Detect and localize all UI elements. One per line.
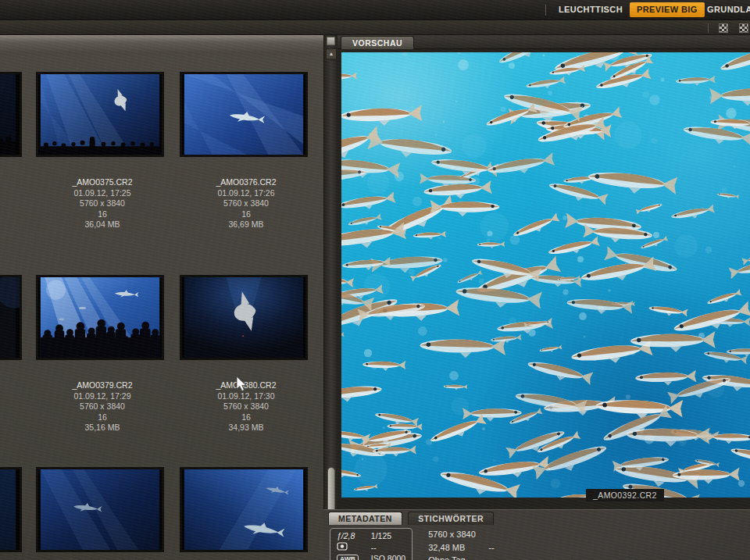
mouse-cursor-icon: [236, 376, 248, 393]
shutter-value: 1/125: [371, 531, 405, 541]
thumbnail-bitdepth: 16: [36, 412, 169, 423]
thumbnail-image: [180, 275, 308, 360]
tab-stichwoerter[interactable]: STICHWÖRTER: [408, 512, 494, 525]
top-menu-bar: LEUCHTTISCH PREVIEW BIG GRUNDLAGEN: [0, 0, 750, 20]
file-info: 5760 x 3840 32,48 MB-- Ohne Tag...: [428, 528, 494, 560]
thumbnail-image: [0, 467, 22, 552]
metadata-panel: METADATEN STICHWÖRTER ƒ/2,8 1/125 -- AWB…: [323, 509, 750, 560]
thumbnail-dimensions: 5760 x 3840: [180, 198, 312, 209]
preview-filename-label: _AMO0392.CR2: [586, 489, 664, 501]
app-window: LEUCHTTISCH PREVIEW BIG GRUNDLAGEN: [0, 0, 750, 560]
iso-value: ISO 8000: [371, 554, 405, 560]
workspace-tab-preview-big[interactable]: PREVIEW BIG: [630, 2, 705, 17]
grid-scrollbar[interactable]: ▲: [323, 35, 338, 509]
thumbnail-dimensions: 5760 x 3840: [36, 198, 169, 209]
thumbnail-bitdepth: 16: [180, 209, 312, 220]
thumbnail-cell-partial[interactable]: [0, 72, 27, 157]
thumbnail-cell[interactable]: _AMO0379.CR2 01.09.12, 17:29 5760 x 3840…: [36, 275, 169, 433]
scrollbar-thumb[interactable]: [327, 467, 335, 515]
thumbnail-filename: _AMO0375.CR2: [36, 177, 169, 188]
thumbnail-cell[interactable]: _AMO0375.CR2 01.09.12, 17:25 5760 x 3840…: [36, 72, 169, 230]
preview-tabbar: VORSCHAU: [338, 35, 750, 49]
scrollbar-track[interactable]: [327, 61, 336, 506]
scroll-up-icon[interactable]: ▲: [326, 48, 337, 59]
aperture-value: ƒ/2,8: [337, 531, 359, 541]
metadata-tabbar: METADATEN STICHWÖRTER: [328, 512, 496, 525]
tab-metadaten[interactable]: METADATEN: [328, 512, 402, 525]
camera-settings-placard: ƒ/2,8 1/125 -- AWB ISO 8000: [330, 528, 412, 560]
thumbnail-image: [36, 467, 164, 552]
thumbnail-image: [36, 275, 164, 360]
workspace-tab-grundlagen[interactable]: GRUNDLAGEN: [700, 2, 750, 17]
thumbnail-filename: _AMO0379.CR2: [36, 380, 169, 391]
thumbnail-quality-2-icon[interactable]: [739, 23, 748, 33]
thumbnail-quality-icon[interactable]: [719, 23, 728, 33]
thumbnail-caption: _AMO0375.CR2 01.09.12, 17:25 5760 x 3840…: [36, 177, 169, 230]
content-browser-panel: _AMO0375.CR2 01.09.12, 17:25 5760 x 3840…: [0, 35, 323, 560]
preview-panel: VORSCHAU _AMO0392.CR2: [338, 35, 750, 509]
thumbnail-dimensions: 5760 x 3840: [36, 401, 169, 412]
file-size-row: 32,48 MB--: [428, 541, 494, 555]
thumbnail-cell[interactable]: _AMO0380.CR2 01.09.12, 17:30 5760 x 3840…: [180, 275, 312, 433]
workspace-tab-leuchttisch[interactable]: LEUCHTTISCH: [552, 2, 630, 17]
thumbnail-image: [0, 275, 22, 360]
thumbnail-filename: _AMO0376.CR2: [180, 177, 312, 188]
thumbnail-bitdepth: 16: [180, 412, 312, 423]
tab-vorschau[interactable]: VORSCHAU: [341, 36, 414, 49]
thumbnail-caption: _AMO0379.CR2 01.09.12, 17:29 5760 x 3840…: [36, 380, 169, 433]
thumbnail-cell-partial[interactable]: [0, 467, 27, 552]
panel-options-icon[interactable]: [327, 37, 335, 45]
thumbnail-bitdepth: 16: [36, 209, 169, 220]
metering-icon: [337, 542, 359, 553]
file-keywords: Ohne Tag...: [428, 554, 494, 560]
thumbnail-caption: _AMO0376.CR2 01.09.12, 17:26 5760 x 3840…: [180, 177, 312, 230]
sardine-school-image: [341, 52, 750, 498]
thumbnail-cell[interactable]: [180, 467, 312, 552]
thumbnail-datetime: 01.09.12, 17:29: [36, 391, 169, 402]
metering-value: --: [371, 543, 405, 553]
preview-image[interactable]: [341, 52, 750, 498]
thumbnail-image: [180, 72, 308, 157]
file-dimensions: 5760 x 3840: [428, 528, 494, 541]
file-size: 32,48 MB: [428, 543, 465, 552]
thumbnail-dimensions: 5760 x 3840: [180, 401, 312, 412]
thumbnail-filesize: 35,16 MB: [36, 423, 169, 433]
menu-separator: [545, 5, 546, 16]
thumbnail-cell[interactable]: _AMO0376.CR2 01.09.12, 17:26 5760 x 3840…: [180, 72, 312, 230]
thumbnail-filesize: 36,04 MB: [36, 219, 169, 230]
thumbnail-cell[interactable]: [36, 467, 169, 552]
thumbnail-datetime: 01.09.12, 17:25: [36, 188, 169, 199]
option-bar-separator: [708, 23, 709, 33]
thumbnail-filesize: 36,69 MB: [180, 219, 312, 230]
thumbnail-cell-partial[interactable]: [0, 275, 27, 360]
metadata-body: ƒ/2,8 1/125 -- AWB ISO 8000 5760 x 3840 …: [330, 528, 495, 560]
thumbnail-image: [0, 72, 22, 157]
thumbnail-image: [36, 72, 164, 157]
thumbnail-filesize: 34,93 MB: [180, 423, 312, 433]
thumbnail-image: [180, 467, 308, 552]
workspace-option-bar: [0, 21, 750, 35]
file-rating: --: [488, 541, 494, 555]
thumbnail-datetime: 01.09.12, 17:26: [180, 188, 312, 199]
white-balance-badge: AWB: [337, 555, 359, 560]
